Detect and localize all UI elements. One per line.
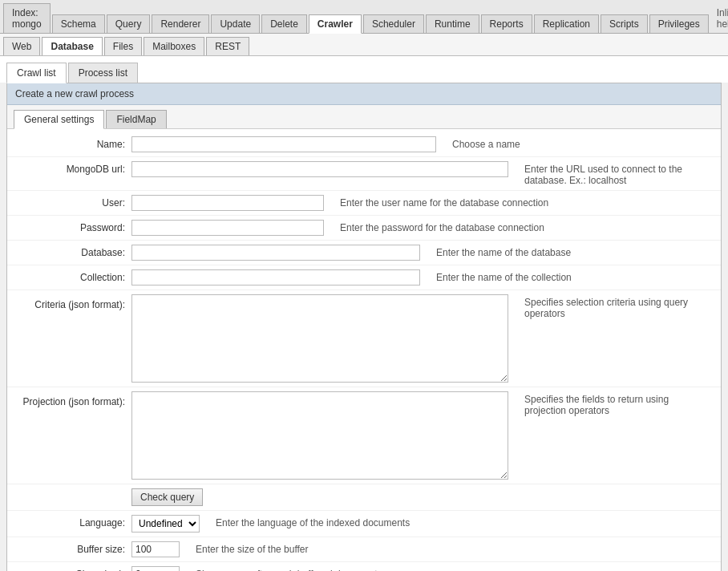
name-row: Name: Choose a name (7, 132, 721, 157)
language-select[interactable]: Undefined English French German Spanish (131, 515, 200, 533)
tab-schema[interactable]: Schema (52, 14, 105, 33)
database-help: Enter the name of the database (436, 245, 571, 258)
check-query-button[interactable]: Check query (131, 488, 203, 506)
database-input[interactable] (131, 245, 420, 261)
inner-tab-fieldmap[interactable]: FieldMap (106, 110, 166, 128)
language-label: Language: (15, 515, 131, 528)
tab-web[interactable]: Web (3, 37, 40, 55)
database-label: Database: (15, 245, 131, 258)
projection-label: Projection (json format): (15, 391, 131, 407)
collection-help: Enter the name of the collection (436, 269, 572, 283)
buffer-size-input[interactable] (131, 541, 180, 557)
collection-label: Collection: (15, 269, 131, 283)
buffer-size-input-area (131, 541, 180, 557)
check-query-row: Check query (7, 484, 721, 511)
tab-replication[interactable]: Replication (534, 14, 599, 33)
password-row: Password: Enter the password for the dat… (7, 216, 721, 241)
criteria-label: Criteria (json format): (15, 294, 131, 310)
sleep-row: Sleep (ms): Sleep pause after each buffe… (7, 562, 721, 571)
name-label: Name: (15, 136, 131, 150)
criteria-help: Specifies selection criteria using query… (524, 294, 713, 319)
name-input-area (131, 136, 436, 152)
tab-rest[interactable]: REST (206, 37, 249, 55)
password-input[interactable] (131, 220, 324, 236)
tab-crawler[interactable]: Crawler (309, 14, 362, 34)
projection-row: Projection (json format): Specifies the … (7, 387, 721, 484)
password-label: Password: (15, 220, 131, 233)
tab-delete[interactable]: Delete (261, 14, 307, 33)
check-query-btn-area: Check query (131, 488, 203, 506)
criteria-input-area (131, 294, 508, 383)
criteria-row: Criteria (json format): Specifies select… (7, 290, 721, 387)
second-nav: Web Database Files Mailboxes REST (0, 34, 728, 56)
user-input-area (131, 195, 324, 211)
tab-database[interactable]: Database (42, 37, 102, 55)
collection-row: Collection: Enter the name of the collec… (7, 265, 721, 290)
database-input-area (131, 245, 420, 261)
tab-query[interactable]: Query (107, 14, 151, 33)
sleep-input-area (131, 566, 180, 571)
tab-runtime[interactable]: Runtime (426, 14, 479, 33)
language-row: Language: Undefined English French Germa… (7, 511, 721, 537)
page-tab-process-list[interactable]: Process list (68, 63, 138, 83)
inline-help-link[interactable]: Inline help (710, 4, 728, 33)
page-tabs: Crawl list Process list (0, 56, 728, 83)
user-row: User: Enter the user name for the databa… (7, 191, 721, 216)
password-help: Enter the password for the database conn… (340, 220, 544, 233)
collection-input[interactable] (131, 269, 420, 286)
projection-input-area (131, 391, 508, 480)
language-help: Enter the language of the indexed docume… (216, 515, 410, 528)
password-input-area (131, 220, 324, 236)
buffer-size-help: Enter the size of the buffer (196, 541, 309, 555)
tab-reports[interactable]: Reports (481, 14, 532, 33)
sleep-help: Sleep pause after each buffered document… (196, 566, 420, 571)
user-input[interactable] (131, 195, 324, 211)
section-header: Create a new crawl process (7, 83, 721, 105)
tab-files[interactable]: Files (104, 37, 142, 55)
user-label: User: (15, 195, 131, 209)
projection-textarea[interactable] (131, 391, 508, 480)
name-help: Choose a name (452, 136, 520, 150)
tab-mailboxes[interactable]: Mailboxes (144, 37, 204, 55)
tab-privileges[interactable]: Privileges (649, 14, 709, 33)
tab-index-mongo[interactable]: Index: mongo (3, 3, 51, 33)
inner-tabs: General settings FieldMap (7, 105, 721, 129)
mongodb-url-row: MongoDB url: Enter the URL used to conne… (7, 157, 721, 191)
tab-renderer[interactable]: Renderer (152, 14, 209, 33)
inner-tab-general-settings[interactable]: General settings (14, 110, 104, 129)
mongodb-url-input[interactable] (131, 161, 508, 177)
collection-input-area (131, 269, 420, 286)
buffer-size-label: Buffer size: (15, 541, 131, 555)
language-select-area: Undefined English French German Spanish (131, 515, 200, 533)
check-query-spacer (15, 488, 131, 491)
sleep-input[interactable] (131, 566, 180, 571)
page-tab-crawl-list[interactable]: Crawl list (6, 63, 67, 83)
projection-help: Specifies the fields to return using pro… (524, 391, 713, 416)
user-help: Enter the user name for the database con… (340, 195, 548, 209)
mongodb-url-label: MongoDB url: (15, 161, 131, 175)
mongodb-url-help: Enter the URL used to connect to the dat… (524, 161, 713, 186)
mongodb-url-input-area (131, 161, 508, 177)
tab-scheduler[interactable]: Scheduler (363, 14, 424, 33)
database-row: Database: Enter the name of the database (7, 241, 721, 265)
main-content: Create a new crawl process General setti… (6, 83, 722, 571)
buffer-size-row: Buffer size: Enter the size of the buffe… (7, 537, 721, 562)
form-area: Name: Choose a name MongoDB url: Enter t… (7, 129, 721, 571)
top-nav: Index: mongo Schema Query Renderer Updat… (0, 0, 728, 34)
criteria-textarea[interactable] (131, 294, 508, 383)
name-input[interactable] (131, 136, 436, 152)
tab-scripts[interactable]: Scripts (601, 14, 648, 33)
sleep-label: Sleep (ms): (15, 566, 131, 571)
tab-update[interactable]: Update (211, 14, 260, 33)
